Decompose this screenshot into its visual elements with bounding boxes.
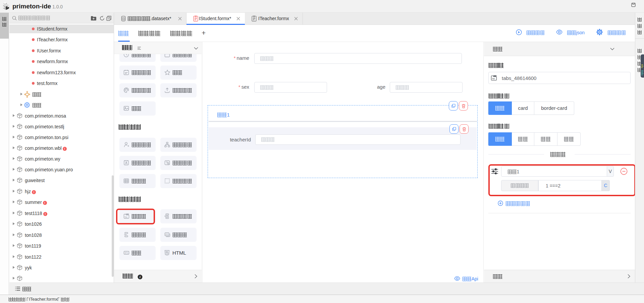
svg-text:i: i xyxy=(140,275,141,279)
svg-text:BTN: BTN xyxy=(165,234,168,235)
svg-text:Tab: Tab xyxy=(492,78,495,80)
svg-text:BTN: BTN xyxy=(125,252,128,254)
